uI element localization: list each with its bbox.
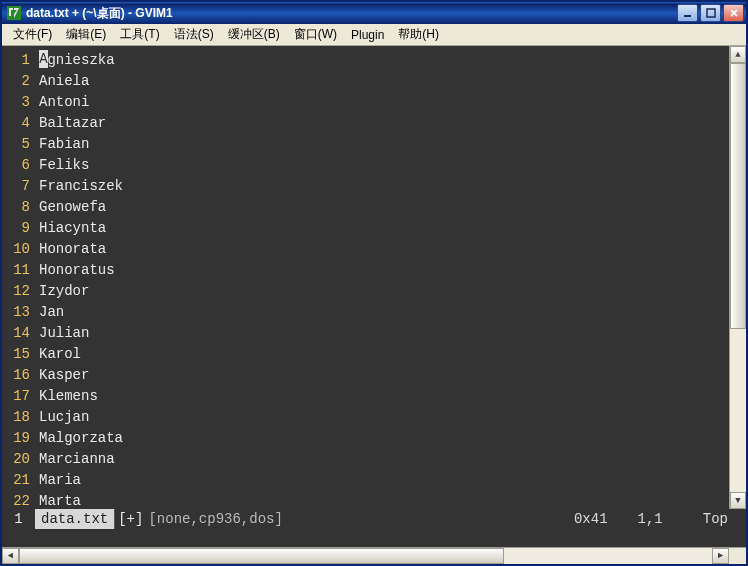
status-fileinfo: [none,cp936,dos] [146, 509, 284, 529]
buffer-line[interactable]: Franciszek [39, 176, 729, 197]
line-number: 12 [2, 281, 30, 302]
scroll-thumb-vertical[interactable] [730, 63, 746, 329]
menu-plugin[interactable]: Plugin [344, 25, 391, 45]
status-hex: 0x41 [574, 509, 638, 529]
horizontal-scrollbar[interactable]: ◄ ► [2, 547, 746, 564]
buffer-line[interactable]: Honorata [39, 239, 729, 260]
line-number: 22 [2, 491, 30, 509]
buffer-line[interactable]: Karol [39, 344, 729, 365]
line-number: 21 [2, 470, 30, 491]
buffer-line[interactable]: Genowefa [39, 197, 729, 218]
svg-rect-2 [707, 9, 715, 17]
buffer-line[interactable]: Julian [39, 323, 729, 344]
line-number: 6 [2, 155, 30, 176]
status-modified: [+] [115, 509, 146, 529]
maximize-button[interactable] [700, 4, 721, 22]
line-number: 15 [2, 344, 30, 365]
line-number: 16 [2, 365, 30, 386]
line-number: 20 [2, 449, 30, 470]
status-filename: data.txt [35, 509, 115, 529]
menu-syntax[interactable]: 语法(S) [167, 23, 221, 46]
line-number: 2 [2, 71, 30, 92]
svg-rect-1 [684, 15, 691, 17]
menu-buffers[interactable]: 缓冲区(B) [221, 23, 287, 46]
line-number: 17 [2, 386, 30, 407]
buffer-line[interactable]: Maria [39, 470, 729, 491]
menu-help[interactable]: 帮助(H) [391, 23, 446, 46]
buffer-line[interactable]: Kasper [39, 365, 729, 386]
command-line[interactable] [2, 529, 746, 547]
scroll-track-vertical[interactable] [730, 63, 746, 492]
cursor: A [39, 50, 48, 68]
window-buttons [677, 4, 744, 22]
line-number: 4 [2, 113, 30, 134]
menu-edit[interactable]: 编辑(E) [59, 23, 113, 46]
app-icon [6, 5, 22, 21]
menu-window[interactable]: 窗口(W) [287, 23, 344, 46]
scroll-left-button[interactable]: ◄ [2, 548, 19, 564]
line-number: 19 [2, 428, 30, 449]
buffer-line[interactable]: Jan [39, 302, 729, 323]
line-number: 14 [2, 323, 30, 344]
minimize-button[interactable] [677, 4, 698, 22]
line-number: 9 [2, 218, 30, 239]
text-column[interactable]: A gnieszkaAnielaAntoniBaltazarFabianFeli… [35, 46, 729, 509]
status-pos: 1,1 [638, 509, 703, 529]
buffer-line[interactable]: Lucjan [39, 407, 729, 428]
menu-tools[interactable]: 工具(T) [113, 23, 166, 46]
close-button[interactable] [723, 4, 744, 22]
scroll-track-horizontal[interactable] [19, 548, 712, 564]
buffer-line[interactable]: Marta [39, 491, 729, 509]
buffer-line[interactable]: Marcianna [39, 449, 729, 470]
status-pct: Top [703, 509, 746, 529]
scroll-thumb-horizontal[interactable] [19, 548, 504, 564]
buffer-line[interactable]: Malgorzata [39, 428, 729, 449]
gvim-window: data.txt + (~\桌面) - GVIM1 文件(F) 编辑(E) 工具… [0, 0, 748, 566]
buffer-line[interactable]: Hiacynta [39, 218, 729, 239]
line-number: 1 [2, 50, 30, 71]
buffer-line[interactable]: Izydor [39, 281, 729, 302]
buffer-line[interactable]: Honoratus [39, 260, 729, 281]
line-number: 8 [2, 197, 30, 218]
status-bufnum: 1 [2, 509, 35, 529]
vertical-scrollbar[interactable]: ▲ ▼ [729, 46, 746, 509]
buffer-line[interactable]: Baltazar [39, 113, 729, 134]
buffer-line[interactable]: Fabian [39, 134, 729, 155]
buffer-line[interactable]: Klemens [39, 386, 729, 407]
menu-file[interactable]: 文件(F) [6, 23, 59, 46]
buffer-line[interactable]: Antoni [39, 92, 729, 113]
scroll-up-button[interactable]: ▲ [730, 46, 746, 63]
line-number-gutter: 1234567891011121314151617181920212223 [2, 46, 35, 509]
line-number: 5 [2, 134, 30, 155]
scroll-down-button[interactable]: ▼ [730, 492, 746, 509]
titlebar[interactable]: data.txt + (~\桌面) - GVIM1 [2, 2, 746, 24]
buffer-line[interactable]: gnieszka [39, 50, 729, 71]
statusline: 1 data.txt [+] [none,cp936,dos] 0x41 1,1… [2, 509, 746, 529]
window-title: data.txt + (~\桌面) - GVIM1 [26, 5, 677, 22]
scrollbar-corner [729, 548, 746, 564]
status-spacer [285, 509, 574, 529]
editor-area[interactable]: 1234567891011121314151617181920212223 A … [2, 46, 746, 509]
line-number: 7 [2, 176, 30, 197]
line-number: 11 [2, 260, 30, 281]
line-number: 10 [2, 239, 30, 260]
line-number: 3 [2, 92, 30, 113]
buffer-line[interactable]: Aniela [39, 71, 729, 92]
line-number: 18 [2, 407, 30, 428]
buffer-line[interactable]: Feliks [39, 155, 729, 176]
line-number: 13 [2, 302, 30, 323]
menubar: 文件(F) 编辑(E) 工具(T) 语法(S) 缓冲区(B) 窗口(W) Plu… [2, 24, 746, 46]
scroll-right-button[interactable]: ► [712, 548, 729, 564]
